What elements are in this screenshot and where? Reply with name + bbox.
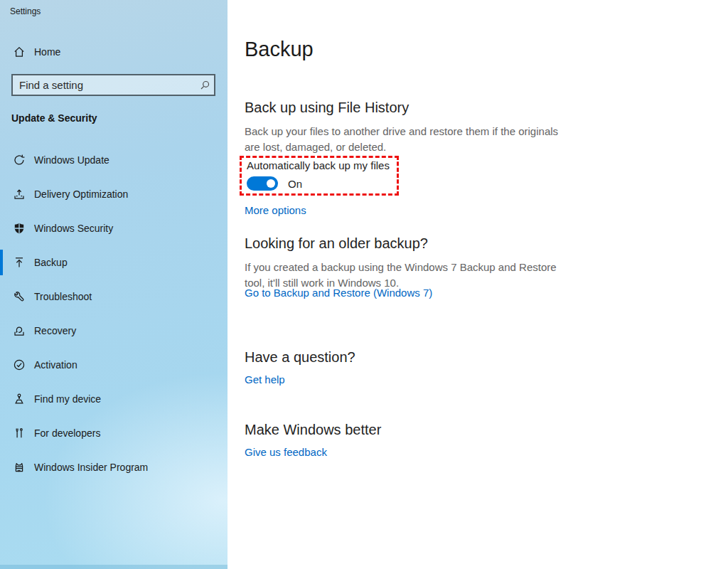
insider-cat-icon bbox=[13, 461, 26, 474]
sidebar-item-label: For developers bbox=[34, 427, 100, 439]
sidebar-item-label: Backup bbox=[34, 257, 68, 268]
sidebar-item-windows-update[interactable]: Windows Update bbox=[0, 146, 228, 174]
delivery-icon bbox=[13, 188, 26, 201]
sidebar-item-activation[interactable]: Activation bbox=[0, 351, 228, 379]
wrench-icon bbox=[13, 290, 26, 303]
toggle-row: On bbox=[247, 176, 302, 191]
sidebar-category: Update & Security bbox=[11, 112, 97, 124]
older-backup-heading: Looking for an older backup? bbox=[245, 235, 428, 252]
shield-icon bbox=[13, 222, 26, 235]
selection-accent-bar bbox=[0, 250, 3, 275]
sidebar-item-backup[interactable]: Backup bbox=[0, 248, 228, 277]
app-title: Settings bbox=[10, 6, 41, 16]
toggle-label: Automatically back up my files bbox=[247, 159, 390, 171]
search-box bbox=[11, 74, 215, 96]
recovery-icon bbox=[13, 324, 26, 337]
dev-tools-icon bbox=[13, 427, 26, 440]
sidebar-item-recovery[interactable]: Recovery bbox=[0, 317, 228, 345]
sidebar-item-label: Troubleshoot bbox=[34, 291, 92, 302]
sidebar-item-label: Recovery bbox=[34, 325, 76, 336]
sidebar-item-label: Home bbox=[34, 46, 60, 58]
sidebar-item-label: Delivery Optimization bbox=[34, 188, 128, 200]
sync-icon bbox=[13, 154, 26, 166]
file-history-description: Back up your files to another drive and … bbox=[245, 124, 568, 155]
sidebar-item-troubleshoot[interactable]: Troubleshoot bbox=[0, 282, 228, 311]
sidebar-item-windows-insider-program[interactable]: Windows Insider Program bbox=[0, 453, 228, 482]
backup-toggle[interactable] bbox=[247, 176, 278, 191]
have-question-heading: Have a question? bbox=[245, 349, 355, 366]
search-input[interactable] bbox=[13, 75, 196, 95]
sidebar-item-for-developers[interactable]: For developers bbox=[0, 419, 228, 447]
sidebar-item-label: Find my device bbox=[34, 393, 101, 405]
sidebar-bottom-strip bbox=[0, 565, 228, 569]
sidebar-item-windows-security[interactable]: Windows Security bbox=[0, 214, 228, 243]
backup-arrow-icon bbox=[13, 256, 26, 269]
sidebar-item-delivery-optimization[interactable]: Delivery Optimization bbox=[0, 180, 228, 208]
sidebar-item-label: Windows Security bbox=[34, 223, 113, 234]
sidebar: Settings Home Update & Security bbox=[0, 0, 228, 569]
locate-device-icon bbox=[13, 393, 26, 405]
home-icon bbox=[13, 46, 26, 58]
sidebar-item-home[interactable]: Home bbox=[0, 38, 228, 66]
checkmark-circle-icon bbox=[13, 358, 26, 371]
sidebar-item-label: Windows Insider Program bbox=[34, 462, 148, 473]
get-help-link[interactable]: Get help bbox=[245, 373, 285, 385]
toggle-knob bbox=[267, 179, 275, 188]
search-icon[interactable] bbox=[196, 75, 214, 95]
backup-restore-win7-link[interactable]: Go to Backup and Restore (Windows 7) bbox=[245, 287, 432, 299]
sidebar-item-label: Windows Update bbox=[34, 154, 109, 166]
give-feedback-link[interactable]: Give us feedback bbox=[245, 446, 327, 458]
sidebar-item-label: Activation bbox=[34, 359, 77, 371]
more-options-link[interactable]: More options bbox=[245, 204, 306, 216]
toggle-state-label: On bbox=[288, 178, 302, 190]
page-title: Backup bbox=[245, 38, 314, 61]
red-highlight-box: Automatically back up my files On bbox=[240, 156, 399, 196]
settings-window: Settings Home Update & Security bbox=[0, 0, 728, 569]
sidebar-item-find-my-device[interactable]: Find my device bbox=[0, 385, 228, 413]
main-content: Backup Back up using File History Back u… bbox=[228, 0, 728, 569]
file-history-heading: Back up using File History bbox=[245, 100, 409, 116]
make-windows-better-heading: Make Windows better bbox=[245, 422, 381, 438]
